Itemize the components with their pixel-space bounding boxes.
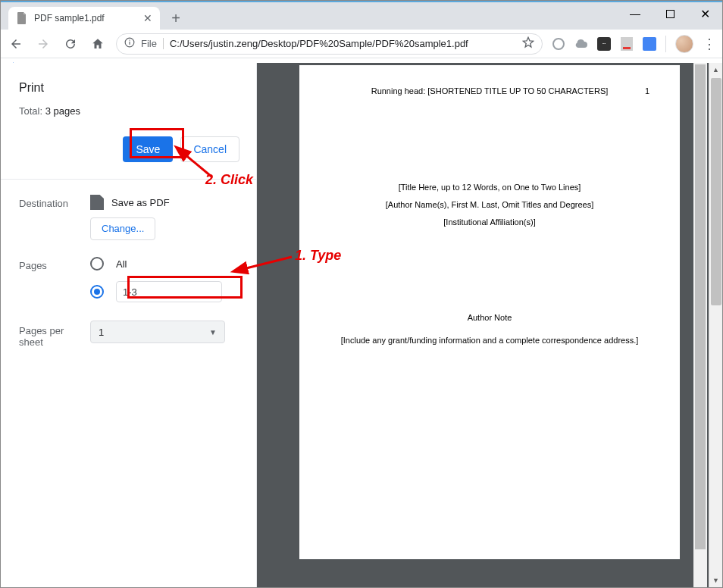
window-maximize-button[interactable] [653, 2, 687, 25]
annotation-type-text: 1. Type [295, 248, 341, 264]
print-total: Total: 3 pages [19, 105, 239, 117]
destination-label: Destination [19, 195, 90, 209]
browser-tab-strip: PDF sample1.pdf ✕ + — ✕ [1, 2, 722, 30]
svg-line-8 [243, 257, 292, 269]
scroll-up-icon[interactable]: ▲ [709, 63, 722, 77]
annotation-input-highlight [127, 276, 243, 299]
destination-value: Save as PDF [111, 197, 170, 208]
back-button[interactable] [7, 35, 25, 53]
doc-author: [Author Name(s), First M. Last, Omit Tit… [327, 196, 653, 214]
extension-translate-icon[interactable] [643, 37, 656, 51]
tab-title: PDF sample1.pdf [34, 13, 105, 23]
caret-down-icon: ▼ [209, 328, 217, 336]
doc-affiliation: [Institutional Affiliation(s)] [327, 214, 653, 231]
window-scrollbar[interactable]: ▲ ▼ [709, 63, 722, 587]
svg-rect-0 [666, 10, 674, 17]
bookmark-star-icon[interactable] [522, 36, 534, 51]
extension-pdf-icon[interactable] [620, 37, 634, 51]
browser-tab[interactable]: PDF sample1.pdf ✕ [8, 7, 160, 30]
profile-avatar[interactable] [675, 35, 693, 53]
print-dialog: Print Total: 3 pages Save Cancel Destina… [1, 63, 257, 587]
author-note-body: [Include any grant/funding information a… [327, 336, 653, 345]
svg-line-7 [184, 154, 211, 177]
pages-per-sheet-label: Pages per sheet [19, 321, 90, 348]
svg-point-4 [553, 39, 564, 49]
reload-button[interactable] [61, 35, 80, 53]
svg-rect-2 [129, 42, 130, 45]
close-tab-icon[interactable]: ✕ [143, 12, 152, 24]
window-close-button[interactable]: ✕ [687, 2, 722, 25]
pdf-file-icon [90, 195, 104, 210]
url-text: C:/Users/justin.zeng/Desktop/PDF%20Sampl… [170, 38, 468, 49]
svg-rect-6 [623, 47, 631, 49]
svg-rect-3 [129, 40, 130, 41]
url-scheme: File [141, 38, 164, 49]
author-note-heading: Author Note [327, 313, 653, 322]
browser-toolbar: File C:/Users/justin.zeng/Desktop/PDF%20… [1, 30, 722, 58]
change-destination-button[interactable]: Change... [90, 217, 155, 240]
extension-cloud-icon[interactable] [574, 37, 588, 51]
extension-circle-icon[interactable] [552, 37, 565, 51]
menu-button[interactable]: ⋮ [703, 36, 716, 52]
doc-title: [Title Here, up to 12 Words, on One to T… [327, 179, 653, 196]
annotation-save-highlight [130, 128, 184, 158]
preview-scrollbar[interactable] [693, 63, 707, 587]
annotation-click-arrow [178, 148, 218, 183]
scroll-down-icon[interactable]: ▼ [709, 574, 722, 587]
home-button[interactable] [89, 35, 107, 53]
print-preview: Running head: [SHORTENED TITLE UP TO 50 … [257, 63, 722, 587]
forward-button[interactable] [34, 35, 52, 53]
address-bar[interactable]: File C:/Users/justin.zeng/Desktop/PDF%20… [116, 33, 543, 55]
new-tab-button[interactable]: + [164, 7, 187, 30]
extension-square-icon[interactable]: ••• [597, 37, 611, 51]
pages-all-radio[interactable]: All [90, 257, 239, 271]
print-heading: Print [19, 81, 239, 95]
pages-label: Pages [19, 257, 90, 271]
preview-page: Running head: [SHORTENED TITLE UP TO 50 … [299, 65, 680, 559]
running-head: Running head: [SHORTENED TITLE UP TO 50 … [371, 86, 609, 95]
page-number: 1 [645, 86, 649, 95]
window-minimize-button[interactable]: — [618, 2, 653, 25]
pages-per-sheet-select[interactable]: 1 ▼ [90, 321, 225, 343]
info-icon[interactable] [124, 37, 135, 50]
annotation-type-arrow [237, 254, 298, 274]
file-icon [16, 12, 28, 24]
